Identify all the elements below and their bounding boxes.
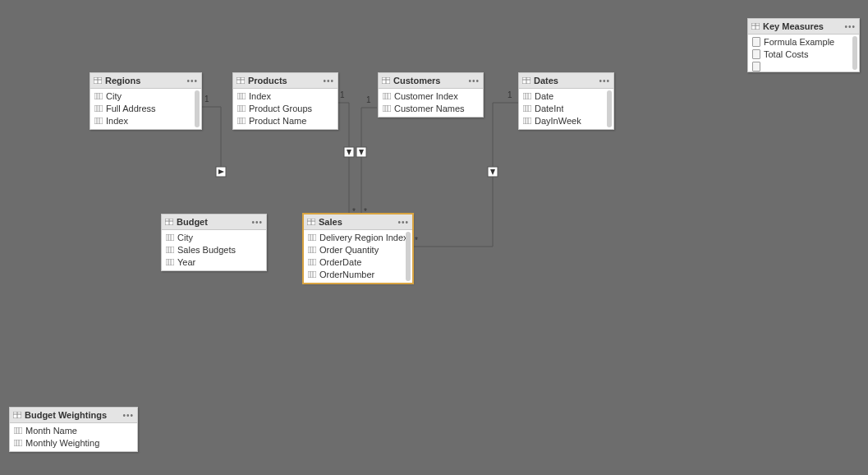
svg-rect-11 bbox=[94, 93, 103, 99]
svg-marker-1 bbox=[218, 169, 224, 174]
field-row[interactable]: City bbox=[162, 231, 266, 243]
table-icon bbox=[165, 219, 173, 225]
table-sales[interactable]: Sales ••• Delivery Region Index Order Qu… bbox=[303, 214, 413, 284]
table-header[interactable]: Budget Weightings ••• bbox=[10, 408, 137, 423]
scrollbar[interactable] bbox=[607, 90, 612, 127]
field-row[interactable]: Date bbox=[519, 90, 613, 102]
svg-rect-47 bbox=[523, 105, 531, 112]
field-row[interactable]: Order Quantity bbox=[304, 243, 412, 256]
field-row[interactable]: Sales Budgets bbox=[162, 243, 266, 256]
measure-row[interactable]: Total Costs bbox=[748, 48, 859, 60]
measure-icon bbox=[752, 37, 760, 47]
table-header[interactable]: Key Measures ••• bbox=[748, 19, 859, 35]
model-canvas[interactable]: { "tables": { "regions": { "title": "Reg… bbox=[0, 0, 868, 475]
scrollbar[interactable] bbox=[195, 90, 200, 127]
svg-rect-71 bbox=[308, 247, 316, 253]
svg-rect-89 bbox=[14, 440, 22, 446]
cardinality-one: 1 bbox=[340, 90, 345, 99]
table-icon bbox=[522, 77, 530, 84]
svg-rect-50 bbox=[523, 118, 531, 124]
measure-row[interactable] bbox=[748, 60, 859, 71]
svg-marker-3 bbox=[347, 150, 351, 155]
column-icon bbox=[308, 271, 316, 278]
svg-rect-29 bbox=[237, 118, 246, 124]
svg-rect-6 bbox=[488, 167, 498, 177]
field-row[interactable]: Customer Index bbox=[379, 90, 483, 102]
cardinality-one: 1 bbox=[507, 90, 512, 99]
svg-rect-38 bbox=[383, 105, 391, 112]
svg-rect-44 bbox=[523, 93, 531, 99]
table-title: Products bbox=[248, 76, 319, 85]
column-icon bbox=[237, 105, 246, 112]
field-row[interactable]: DayInWeek bbox=[519, 114, 613, 127]
cardinality-one: 1 bbox=[366, 95, 371, 104]
svg-marker-5 bbox=[359, 150, 364, 155]
column-icon bbox=[383, 105, 391, 112]
column-icon bbox=[14, 440, 22, 446]
table-title: Sales bbox=[319, 217, 394, 227]
field-row[interactable]: Delivery Region Index bbox=[304, 231, 412, 243]
table-dates[interactable]: Dates ••• Date DateInt DayInWeek bbox=[518, 72, 614, 130]
field-row[interactable]: Product Name bbox=[233, 114, 338, 127]
table-header[interactable]: Products ••• bbox=[233, 73, 338, 89]
table-icon bbox=[307, 219, 315, 225]
field-row[interactable]: City bbox=[90, 90, 201, 102]
more-icon[interactable]: ••• bbox=[468, 76, 480, 85]
field-row[interactable]: Customer Names bbox=[379, 102, 483, 114]
column-icon bbox=[166, 259, 174, 265]
field-row[interactable]: Month Name bbox=[10, 424, 137, 436]
more-icon[interactable]: ••• bbox=[186, 76, 198, 85]
svg-rect-2 bbox=[344, 147, 354, 157]
svg-rect-68 bbox=[308, 234, 316, 241]
table-title: Regions bbox=[105, 76, 183, 85]
table-header[interactable]: Regions ••• bbox=[90, 73, 201, 89]
measure-row[interactable]: Formula Example bbox=[748, 35, 859, 48]
measure-icon bbox=[752, 49, 760, 59]
more-icon[interactable]: ••• bbox=[844, 22, 856, 31]
field-row[interactable]: Monthly Weighting bbox=[10, 436, 137, 449]
table-icon bbox=[382, 77, 390, 84]
field-row[interactable]: Full Address bbox=[90, 102, 201, 114]
table-header[interactable]: Budget ••• bbox=[162, 214, 266, 230]
table-title: Customers bbox=[393, 76, 465, 85]
scrollbar[interactable] bbox=[852, 36, 857, 70]
field-row[interactable]: Year bbox=[162, 256, 266, 268]
field-row[interactable]: OrderNumber bbox=[304, 268, 412, 280]
field-row[interactable]: Index bbox=[90, 114, 201, 127]
table-header[interactable]: Dates ••• bbox=[519, 73, 613, 89]
svg-rect-62 bbox=[166, 259, 174, 265]
column-icon bbox=[94, 93, 103, 99]
field-row[interactable]: DateInt bbox=[519, 102, 613, 114]
more-icon[interactable]: ••• bbox=[397, 218, 409, 227]
field-row[interactable]: OrderDate bbox=[304, 256, 412, 268]
table-icon bbox=[13, 412, 21, 418]
scrollbar[interactable] bbox=[406, 232, 411, 281]
column-icon bbox=[166, 247, 174, 253]
more-icon[interactable]: ••• bbox=[251, 218, 263, 227]
svg-rect-14 bbox=[94, 105, 103, 112]
table-budget[interactable]: Budget ••• City Sales Budgets Year bbox=[161, 214, 267, 271]
column-icon bbox=[308, 247, 316, 253]
svg-rect-77 bbox=[308, 271, 316, 278]
column-icon bbox=[94, 105, 103, 112]
table-customers[interactable]: Customers ••• Customer Index Customer Na… bbox=[378, 72, 484, 118]
table-products[interactable]: Products ••• Index Product Groups Produc… bbox=[232, 72, 338, 130]
column-icon bbox=[308, 234, 316, 241]
table-icon bbox=[94, 77, 102, 84]
table-key-measures[interactable]: Key Measures ••• Formula Example Total C… bbox=[747, 18, 860, 72]
field-row[interactable]: Index bbox=[233, 90, 338, 102]
table-header[interactable]: Customers ••• bbox=[379, 73, 483, 89]
table-title: Dates bbox=[534, 76, 595, 85]
table-title: Budget bbox=[177, 217, 248, 227]
field-row[interactable]: Product Groups bbox=[233, 102, 338, 114]
more-icon[interactable]: ••• bbox=[122, 411, 134, 420]
table-header[interactable]: Sales ••• bbox=[304, 214, 412, 230]
table-regions[interactable]: Regions ••• City Full Address Index bbox=[90, 72, 202, 130]
more-icon[interactable]: ••• bbox=[599, 76, 610, 85]
table-budget-weightings[interactable]: Budget Weightings ••• Month Name Monthly… bbox=[9, 407, 138, 452]
column-icon bbox=[523, 118, 531, 124]
svg-rect-4 bbox=[356, 147, 366, 157]
more-icon[interactable]: ••• bbox=[323, 76, 334, 85]
table-icon bbox=[751, 23, 760, 30]
relationship-lines: 1 1 * 1 * 1 * bbox=[0, 0, 868, 475]
